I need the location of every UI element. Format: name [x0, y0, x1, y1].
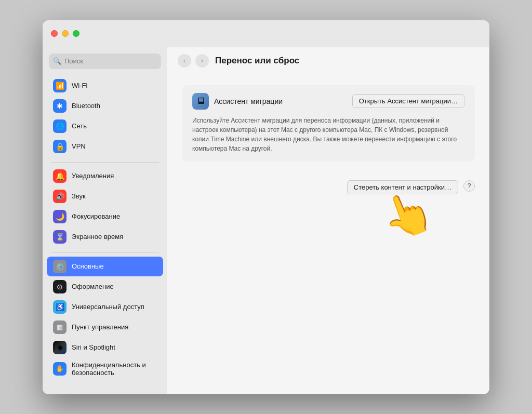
sidebar-item-label: VPN — [72, 142, 86, 150]
sound-icon: 🔊 — [53, 190, 66, 203]
sidebar-item-label: Фокусирование — [72, 212, 120, 220]
sidebar-item-network[interactable]: 🌐 Сеть — [47, 116, 163, 136]
sidebar-item-wifi[interactable]: 📶 Wi-Fi — [47, 76, 163, 96]
page-title: Перенос или сброс — [215, 56, 299, 66]
sidebar-item-bluetooth[interactable]: ✱ Bluetooth — [47, 96, 163, 116]
minimize-button[interactable] — [62, 30, 69, 37]
sidebar-item-controlcenter[interactable]: ▦ Пункт управления — [47, 317, 163, 337]
controlcenter-icon: ▦ — [53, 320, 66, 334]
focus-icon: 🌙 — [53, 210, 66, 223]
migration-assistant-icon: 🖥 — [192, 93, 209, 110]
sidebar-item-general[interactable]: ⚙️ Основные — [47, 257, 163, 276]
sidebar-item-label: Bluetooth — [72, 102, 100, 110]
divider-2 — [51, 252, 159, 253]
forward-icon: › — [201, 57, 203, 64]
vpn-icon: 🔒 — [53, 140, 66, 153]
search-icon: 🔍 — [53, 57, 61, 65]
card-header: 🖥 Ассистент миграции Открыть Ассистент м… — [192, 93, 464, 110]
bluetooth-icon: ✱ — [53, 99, 66, 113]
general-icon: ⚙️ — [53, 260, 66, 273]
close-button[interactable] — [51, 30, 58, 37]
privacy-icon: ✋ — [53, 362, 66, 376]
accessibility-icon: ♿ — [53, 300, 66, 314]
maximize-button[interactable] — [73, 30, 79, 37]
sidebar-item-label: Оформление — [72, 283, 114, 290]
back-button[interactable]: ‹ — [178, 54, 191, 68]
sidebar-item-label: Siri и Spotlight — [72, 343, 115, 351]
sidebar-item-sound[interactable]: 🔊 Звук — [47, 186, 163, 206]
screentime-icon: ⌛ — [53, 230, 66, 244]
sidebar-item-label: Основные — [72, 262, 104, 270]
sidebar: 🔍 📶 Wi-Fi ✱ Bluetooth 🌐 Сеть 🔒 — [43, 47, 167, 394]
migration-assistant-description: Используйте Ассистент миграции для перен… — [192, 116, 464, 153]
content-area: 🔍 📶 Wi-Fi ✱ Bluetooth 🌐 Сеть 🔒 — [43, 47, 489, 394]
sidebar-item-label: Пункт управления — [72, 323, 128, 331]
wifi-icon: 📶 — [53, 79, 66, 92]
sidebar-item-label: Wi-Fi — [72, 82, 87, 89]
system-preferences-window: 🔍 📶 Wi-Fi ✱ Bluetooth 🌐 Сеть 🔒 — [43, 20, 489, 394]
sidebar-item-screentime[interactable]: ⌛ Экранное время — [47, 227, 163, 247]
erase-section: Стереть контент и настройки… ? 👆 — [182, 170, 475, 205]
sidebar-item-appearance[interactable]: ⊙ Оформление — [47, 277, 163, 297]
notifications-icon: 🔔 — [53, 169, 66, 183]
sidebar-network-section: 📶 Wi-Fi ✱ Bluetooth 🌐 Сеть 🔒 VPN — [43, 75, 167, 157]
search-box[interactable]: 🔍 — [49, 54, 161, 69]
forward-button[interactable]: › — [195, 54, 209, 68]
search-input[interactable] — [64, 57, 157, 65]
divider-1 — [51, 162, 159, 163]
back-icon: ‹ — [183, 57, 185, 64]
sidebar-item-label: Универсальный доступ — [72, 303, 144, 311]
sidebar-item-label: Экранное время — [72, 233, 123, 241]
sidebar-item-notifications[interactable]: 🔔 Уведомления — [47, 166, 163, 186]
appearance-icon: ⊙ — [53, 280, 66, 293]
sidebar-item-label: Сеть — [72, 122, 87, 130]
sidebar-item-privacy[interactable]: ✋ Конфиденциальность и безопасность — [47, 358, 163, 380]
siri-icon: ◉ — [53, 341, 66, 354]
page-content: 🖥 Ассистент миграции Открыть Ассистент м… — [167, 74, 489, 394]
migration-assistant-card: 🖥 Ассистент миграции Открыть Ассистент м… — [182, 85, 475, 162]
sidebar-item-focus[interactable]: 🌙 Фокусирование — [47, 207, 163, 226]
sidebar-item-label: Уведомления — [72, 172, 114, 180]
traffic-lights — [51, 30, 79, 37]
sidebar-item-accessibility[interactable]: ♿ Универсальный доступ — [47, 297, 163, 317]
main-content: ‹ › Перенос или сброс 🖥 Ассист — [167, 47, 489, 394]
sidebar-system-section: ⚙️ Основные ⊙ Оформление ♿ Универсальный… — [43, 256, 167, 380]
sidebar-item-label: Конфиденциальность и безопасность — [72, 361, 157, 377]
open-migration-button[interactable]: Открыть Ассистент миграции… — [352, 94, 464, 108]
erase-content-button[interactable]: Стереть контент и настройки… — [347, 180, 458, 194]
network-icon: 🌐 — [53, 119, 66, 133]
sidebar-item-siri[interactable]: ◉ Siri и Spotlight — [47, 338, 163, 357]
nav-header: ‹ › Перенос или сброс — [167, 47, 489, 74]
sidebar-item-label: Звук — [72, 192, 86, 200]
help-button[interactable]: ? — [463, 180, 475, 192]
card-title-row: 🖥 Ассистент миграции — [192, 93, 283, 110]
sidebar-notifications-section: 🔔 Уведомления 🔊 Звук 🌙 Фокусирование ⌛ Э… — [43, 166, 167, 247]
sidebar-item-vpn[interactable]: 🔒 VPN — [47, 137, 163, 156]
titlebar — [43, 20, 489, 47]
migration-assistant-title: Ассистент миграции — [214, 97, 283, 105]
